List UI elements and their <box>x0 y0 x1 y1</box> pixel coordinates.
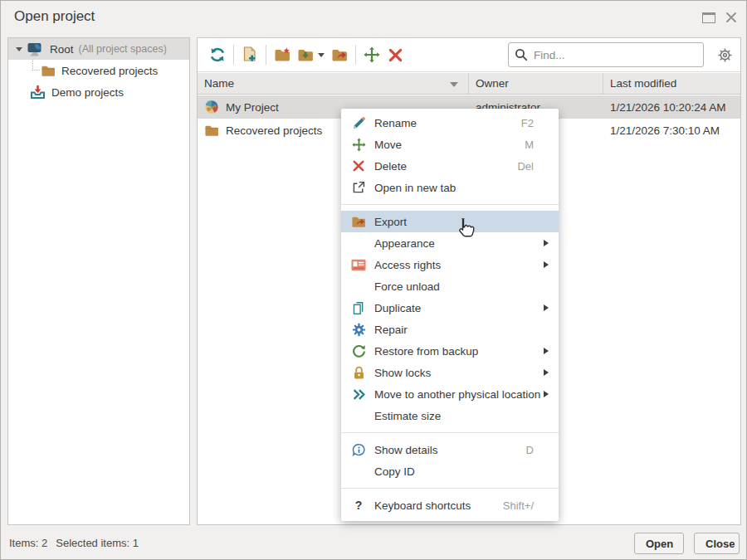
menu-item-label: Keyboard shortcuts <box>374 499 503 512</box>
new-folder-icon[interactable] <box>273 46 291 64</box>
statusbar: Items: 2 Selected items: 1 <box>9 537 139 549</box>
lock-icon <box>351 365 366 380</box>
menu-item-restore-from-backup[interactable]: Restore from backup <box>341 340 559 362</box>
menu-item-label: Copy ID <box>374 465 549 478</box>
access-rights-icon <box>351 257 366 272</box>
maximize-icon[interactable] <box>702 12 715 23</box>
row-name: My Project <box>226 101 279 114</box>
menu-item-label: Show locks <box>374 367 544 379</box>
tree-item-root[interactable]: Root (All project spaces) <box>8 38 189 60</box>
menu-item-duplicate[interactable]: Duplicate <box>341 297 559 319</box>
toolbar-separator <box>233 45 234 65</box>
menu-item-move[interactable]: Move M <box>341 134 559 155</box>
sort-desc-icon[interactable] <box>450 82 458 87</box>
open-project-dialog: Open project Root (All project spaces) <box>0 0 747 560</box>
dialog-title: Open project <box>14 8 95 25</box>
menu-item-label: Estimate size <box>374 410 549 422</box>
gear-icon[interactable] <box>715 46 734 64</box>
import-folder-icon[interactable] <box>296 46 315 64</box>
menu-item-access-rights[interactable]: Access rights <box>341 254 559 275</box>
delete-icon[interactable] <box>386 46 404 64</box>
submenu-arrow-icon <box>544 261 549 268</box>
move-icon[interactable] <box>363 46 381 64</box>
column-label: Name <box>204 77 234 90</box>
menu-item-label: Export <box>374 216 549 228</box>
refresh-icon[interactable] <box>208 46 227 64</box>
toolbar <box>198 38 740 72</box>
menu-item-delete[interactable]: Delete Del <box>341 155 559 177</box>
column-header-name[interactable]: Name <box>198 73 469 94</box>
import-dropdown-caret-icon[interactable] <box>318 53 325 57</box>
column-header-last-modified[interactable]: Last modified <box>603 73 740 94</box>
menu-item-estimate-size[interactable]: Estimate size <box>341 405 559 426</box>
restore-backup-icon <box>351 343 366 358</box>
tree-item-demo-projects[interactable]: Demo projects <box>8 81 189 103</box>
submenu-arrow-icon <box>544 369 549 376</box>
submenu-arrow-icon <box>544 391 549 397</box>
menu-item-repair[interactable]: Repair <box>341 319 559 340</box>
pencil-icon <box>351 115 366 130</box>
menu-item-force-unload[interactable]: Force unload <box>341 275 559 297</box>
move-icon <box>351 137 366 152</box>
menu-shortcut: Shift+/ <box>503 499 534 512</box>
open-in-new-tab-icon <box>351 180 366 195</box>
tree-connector <box>32 60 40 71</box>
menu-item-label: Force unload <box>374 280 549 293</box>
menu-item-move-physical-location[interactable]: Move to another physical location <box>341 383 559 405</box>
menu-item-copy-id[interactable]: Copy ID <box>341 460 559 482</box>
demo-projects-inbox-icon <box>30 85 46 100</box>
menu-shortcut: F2 <box>521 117 534 129</box>
menu-item-keyboard-shortcuts[interactable]: ? Keyboard shortcuts Shift+/ <box>341 494 559 516</box>
tree-item-label: Demo projects <box>51 86 124 99</box>
menu-item-export[interactable]: Export <box>341 211 559 232</box>
column-label: Owner <box>476 77 509 90</box>
menu-shortcut: M <box>525 139 534 151</box>
column-label: Last modified <box>610 77 676 90</box>
project-pie-icon <box>204 100 219 114</box>
submenu-arrow-icon <box>544 348 549 354</box>
repair-gear-icon <box>351 322 366 337</box>
row-modified: 1/21/2026 7:30:10 AM <box>610 124 720 137</box>
tree-item-label: Root <box>50 43 74 56</box>
table-header: Name Owner Last modified <box>198 73 740 95</box>
menu-item-show-locks[interactable]: Show locks <box>341 362 559 383</box>
menu-item-label: Repair <box>374 324 549 336</box>
tree-expand-icon[interactable] <box>16 47 22 51</box>
menu-separator <box>341 432 559 433</box>
toolbar-separator <box>355 45 356 65</box>
selected-count: Selected items: 1 <box>56 537 139 549</box>
menu-item-label: Move to another physical location <box>374 388 544 401</box>
open-button[interactable]: Open <box>634 533 684 554</box>
menu-item-label: Restore from backup <box>374 345 544 358</box>
menu-item-appearance[interactable]: Appearance <box>341 232 559 254</box>
menu-item-label: Access rights <box>374 259 544 271</box>
menu-item-show-details[interactable]: Show details D <box>341 439 559 460</box>
folder-icon <box>41 64 56 77</box>
menu-item-label: Open in new tab <box>374 182 549 194</box>
menu-item-label: Move <box>374 139 525 151</box>
find-input[interactable] <box>508 42 704 67</box>
find-search-box <box>508 42 704 67</box>
menu-separator <box>341 204 559 205</box>
menu-item-label: Show details <box>374 444 526 456</box>
export-folder-icon[interactable] <box>330 46 349 64</box>
menu-item-rename[interactable]: Rename F2 <box>341 112 559 134</box>
delete-icon <box>351 158 366 173</box>
tree-item-recovered-projects[interactable]: Recovered projects <box>8 60 189 81</box>
tree-item-label: Recovered projects <box>61 65 158 77</box>
new-project-icon[interactable] <box>241 46 259 64</box>
close-icon[interactable] <box>724 10 739 25</box>
close-button[interactable]: Close <box>694 533 740 554</box>
menu-item-open-in-new-tab[interactable]: Open in new tab <box>341 177 559 198</box>
submenu-arrow-icon <box>544 304 549 311</box>
info-icon <box>351 442 366 457</box>
row-name: Recovered projects <box>226 124 322 137</box>
menu-item-label: Duplicate <box>374 302 544 314</box>
search-icon <box>515 48 528 65</box>
submenu-arrow-icon <box>544 240 549 246</box>
column-header-owner[interactable]: Owner <box>469 73 603 94</box>
toolbar-separator <box>266 45 266 65</box>
duplicate-icon <box>351 300 366 315</box>
menu-item-label: Delete <box>374 160 517 173</box>
menu-separator <box>341 488 559 489</box>
